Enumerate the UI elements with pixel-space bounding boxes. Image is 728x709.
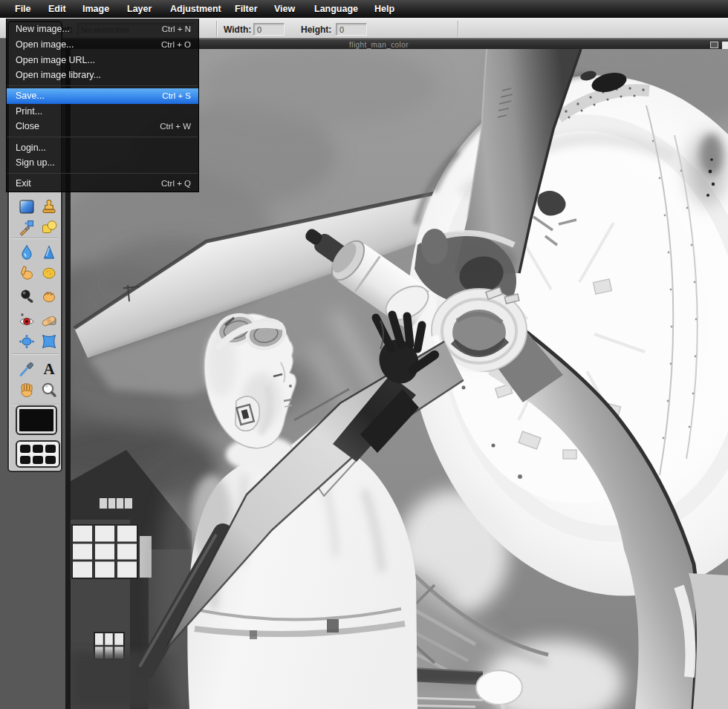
- svg-text:A: A: [43, 360, 55, 378]
